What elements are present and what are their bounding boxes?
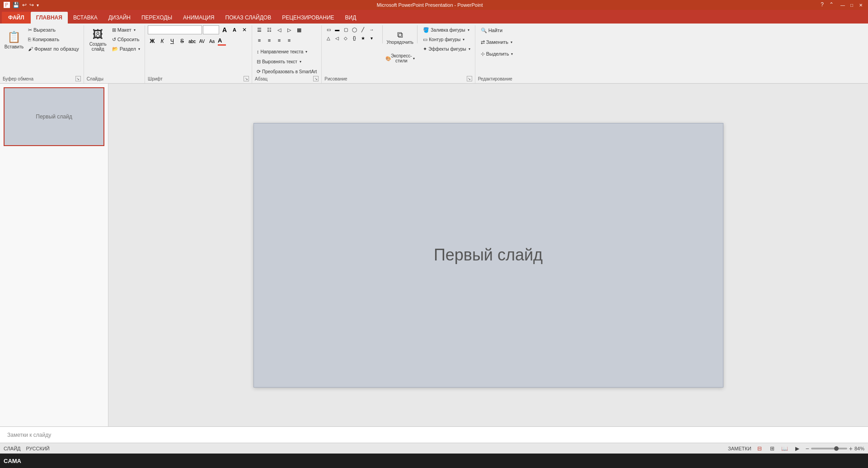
- reset-icon: ↺: [112, 37, 116, 43]
- shape-more[interactable]: ▾: [367, 34, 375, 42]
- ribbon-group-clipboard: 📋 Вставить ✂ Вырезать ⎘ Копировать 🖌 Фор…: [0, 25, 84, 83]
- shape-rect[interactable]: ▭: [324, 25, 333, 33]
- shape-tri[interactable]: △: [324, 34, 333, 42]
- shape-line[interactable]: ╱: [359, 25, 367, 33]
- font-color-button[interactable]: A: [217, 37, 226, 46]
- reading-view-button[interactable]: 📖: [780, 444, 789, 453]
- convert-smartart-button[interactable]: ⟳ Преобразовать в SmartArt: [255, 67, 319, 76]
- shape-curly[interactable]: {}: [350, 34, 358, 42]
- new-slide-button[interactable]: 🖼 Создать слайд: [87, 25, 109, 54]
- tab-review[interactable]: РЕЦЕНЗИРОВАНИЕ: [277, 12, 339, 24]
- select-button[interactable]: ⊹ Выделить ▾: [478, 49, 516, 59]
- bullets-button[interactable]: ☰: [255, 25, 264, 34]
- increase-font-button[interactable]: A: [220, 25, 229, 34]
- restore-button[interactable]: □: [848, 1, 855, 9]
- zoom-plus-button[interactable]: +: [849, 445, 853, 452]
- align-text-button[interactable]: ⊟ Выровнять текст ▾: [255, 57, 319, 66]
- tab-home[interactable]: ГЛАВНАЯ: [31, 12, 68, 24]
- text-direction-icon: ↕: [257, 49, 259, 54]
- shape-rect2[interactable]: ▬: [333, 25, 341, 33]
- drawing-separator2: [417, 25, 418, 43]
- shape-star[interactable]: ★: [359, 34, 367, 42]
- tab-animations[interactable]: АНИМАЦИЯ: [178, 12, 220, 24]
- slide-sorter-button[interactable]: ⊞: [768, 444, 777, 453]
- tab-transitions[interactable]: ПЕРЕХОДЫ: [136, 12, 178, 24]
- quick-access-undo[interactable]: ↩: [22, 2, 27, 8]
- strikethrough-button[interactable]: S: [178, 37, 187, 46]
- paste-label: Вставить: [5, 44, 23, 49]
- tab-slideshow[interactable]: ПОКАЗ СЛАЙДОВ: [220, 12, 277, 24]
- arrange-button[interactable]: ⧉ Упорядочить: [386, 25, 413, 50]
- underline-button[interactable]: Ч: [168, 37, 177, 46]
- shape-oval[interactable]: ◯: [350, 25, 358, 33]
- justify-button[interactable]: ≡: [285, 36, 294, 45]
- quick-access-save[interactable]: 💾: [13, 2, 19, 8]
- tab-file[interactable]: ФАЙЛ: [2, 12, 31, 24]
- shape-rtri[interactable]: ◁: [333, 34, 341, 42]
- reset-button[interactable]: ↺ Сбросить: [110, 35, 142, 44]
- drawing-expand-button[interactable]: ↘: [467, 76, 472, 81]
- quick-access-redo[interactable]: ↪: [29, 2, 34, 8]
- layout-button[interactable]: ⊞ Макет ▾: [110, 25, 142, 34]
- font-size-input[interactable]: [203, 25, 219, 34]
- normal-view-button[interactable]: ⊟: [755, 444, 764, 453]
- case-button[interactable]: Aa: [207, 37, 216, 46]
- copy-button[interactable]: ⎘ Копировать: [26, 35, 81, 44]
- format-painter-button[interactable]: 🖌 Формат по образцу: [26, 44, 81, 53]
- shape-rounded-rect[interactable]: ▢: [342, 25, 350, 33]
- slideshow-button[interactable]: ▶: [793, 444, 802, 453]
- bold-button[interactable]: Ж: [148, 37, 157, 46]
- section-button[interactable]: 📂 Раздел ▾: [110, 44, 142, 53]
- shadow-button[interactable]: abc: [188, 37, 197, 46]
- shape-fill-button[interactable]: 🪣 Заливка фигуры ▾: [421, 25, 472, 34]
- tab-view[interactable]: ВИД: [340, 12, 362, 24]
- replace-button[interactable]: ⇄ Заменить ▾: [478, 37, 515, 47]
- text-direction-button[interactable]: ↕ Направление текста ▾: [255, 47, 319, 56]
- decrease-font-button[interactable]: A: [230, 25, 239, 34]
- main-editing-area[interactable]: Первый слайд: [108, 84, 868, 426]
- close-button[interactable]: ✕: [857, 1, 864, 9]
- align-left-button[interactable]: ≡: [255, 36, 264, 45]
- font-expand-button[interactable]: ↘: [244, 76, 249, 81]
- font-name-input[interactable]: [148, 25, 202, 34]
- shape-diamond[interactable]: ◇: [342, 34, 350, 42]
- clear-format-button[interactable]: ✕: [240, 25, 249, 34]
- ribbon-collapse-icon[interactable]: ⌃: [829, 1, 834, 9]
- drawing-separator: [382, 25, 383, 43]
- notes-view-button[interactable]: ЗАМЕТКИ: [728, 446, 751, 451]
- styles-button[interactable]: 🎨 Экспресс-стили ▾: [386, 50, 413, 66]
- italic-button[interactable]: К: [158, 37, 167, 46]
- help-icon[interactable]: ?: [821, 1, 824, 9]
- window-title: Microsoft PowerPoint Presentation - Powe…: [39, 2, 821, 8]
- align-center-button[interactable]: ≡: [265, 36, 274, 45]
- find-button[interactable]: 🔍 Найти: [478, 25, 505, 35]
- layout-arrow: ▾: [134, 28, 136, 32]
- smartart-icon: ⟳: [257, 69, 261, 75]
- shape-arrow[interactable]: →: [367, 25, 375, 33]
- columns-button[interactable]: ▦: [295, 25, 304, 34]
- tab-design[interactable]: ДИЗАЙН: [103, 12, 136, 24]
- clipboard-expand-button[interactable]: ↘: [75, 76, 81, 81]
- notes-area[interactable]: Заметки к слайду: [0, 426, 868, 443]
- shape-outline-button[interactable]: ▭ Контур фигуры ▾: [421, 35, 472, 44]
- zoom-slider[interactable]: [811, 448, 847, 449]
- char-spacing-button[interactable]: AV: [197, 37, 206, 46]
- tab-insert[interactable]: ВСТАВКА: [68, 12, 103, 24]
- increase-indent-button[interactable]: ▷: [285, 25, 294, 34]
- styles-icon: 🎨: [385, 56, 391, 61]
- decrease-indent-button[interactable]: ◁: [275, 25, 284, 34]
- paste-button[interactable]: 📋 Вставить: [3, 25, 25, 54]
- minimize-button[interactable]: —: [839, 1, 846, 9]
- paragraph-expand-button[interactable]: ↘: [313, 76, 319, 81]
- slide-canvas[interactable]: Первый слайд: [253, 123, 723, 388]
- zoom-controls: − + 84%: [806, 445, 864, 452]
- effects-icon: ✦: [423, 46, 427, 52]
- numbering-button[interactable]: ☷: [265, 25, 274, 34]
- align-text-icon: ⊟: [257, 59, 261, 65]
- cut-button[interactable]: ✂ Вырезать: [26, 25, 81, 34]
- align-right-button[interactable]: ≡: [275, 36, 284, 45]
- replace-icon: ⇄: [481, 39, 485, 45]
- shape-effects-button[interactable]: ✦ Эффекты фигуры ▾: [421, 44, 472, 53]
- zoom-minus-button[interactable]: −: [806, 445, 809, 452]
- slide-thumbnail-1[interactable]: Первый слайд: [4, 87, 104, 146]
